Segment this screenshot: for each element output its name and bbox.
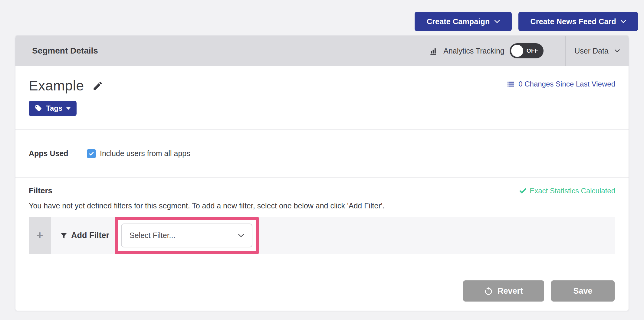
tags-button-label: Tags [46, 104, 62, 113]
segment-title-section: Example [15, 66, 629, 129]
analytics-tracking-label: Analytics Tracking [443, 47, 504, 55]
page: Create Campaign Create News Feed Card Se… [0, 0, 644, 320]
save-button[interactable]: Save [551, 280, 615, 302]
changes-link-label: 0 Changes Since Last Viewed [518, 80, 615, 88]
chevron-down-icon [621, 20, 626, 23]
analytics-tracking-toggle[interactable]: OFF [510, 43, 544, 58]
save-button-label: Save [573, 286, 592, 296]
check-icon [520, 188, 526, 194]
filters-heading: Filters [29, 186, 52, 195]
create-campaign-button[interactable]: Create Campaign [415, 12, 512, 31]
highlight-annotation: Select Filter... [115, 217, 259, 254]
revert-button[interactable]: Revert [463, 280, 544, 302]
include-all-apps-label: Include users from all apps [100, 149, 190, 158]
analytics-tracking-group: Analytics Tracking OFF [408, 36, 565, 66]
changes-since-last-viewed-link[interactable]: 0 Changes Since Last Viewed [507, 80, 615, 88]
exact-statistics-status: Exact Statistics Calculated [520, 187, 615, 195]
chevron-down-icon [494, 20, 500, 23]
segment-name-heading: Example [29, 78, 84, 93]
apps-used-label: Apps Used [29, 149, 87, 158]
filter-select-placeholder: Select Filter... [130, 231, 175, 240]
page-title: Segment Details [32, 46, 408, 56]
filters-empty-message: You have not yet defined filters for thi… [29, 201, 615, 210]
add-filter-row: + Add Filter Select Filter... [29, 217, 615, 254]
apps-used-section: Apps Used Include users from all apps [15, 129, 629, 177]
plus-icon: + [36, 229, 43, 242]
create-news-feed-card-button[interactable]: Create News Feed Card [518, 12, 638, 31]
add-filter-group-button[interactable]: + [29, 217, 51, 254]
list-icon [507, 80, 515, 88]
user-data-dropdown[interactable]: User Data [566, 36, 629, 66]
include-all-apps-checkbox[interactable] [87, 149, 96, 158]
add-filter-label: Add Filter [71, 231, 109, 240]
create-campaign-label: Create Campaign [427, 17, 490, 26]
filters-section: Filters Exact Statistics Calculated You … [15, 177, 629, 271]
user-data-label: User Data [574, 47, 609, 55]
exact-statistics-label: Exact Statistics Calculated [530, 187, 615, 195]
toggle-state-label: OFF [527, 47, 539, 54]
chevron-down-icon [615, 49, 620, 52]
card-header: Segment Details Analytics Tracking OFF [15, 36, 629, 66]
caret-down-icon [66, 107, 71, 110]
toggle-knob [511, 45, 523, 57]
include-all-apps-option: Include users from all apps [87, 149, 190, 158]
funnel-icon [61, 232, 67, 239]
card-footer: Revert Save [15, 271, 629, 311]
chevron-down-icon [238, 234, 244, 237]
check-icon [88, 151, 94, 157]
edit-name-button[interactable] [92, 80, 103, 91]
pencil-icon [92, 80, 103, 91]
top-action-bar: Create Campaign Create News Feed Card [415, 12, 638, 31]
tags-button[interactable]: Tags [29, 101, 77, 116]
tag-icon [35, 105, 42, 112]
segment-details-card: Segment Details Analytics Tracking OFF [15, 35, 629, 311]
revert-icon [484, 287, 492, 295]
add-filter-button[interactable]: Add Filter [61, 217, 109, 254]
filter-select[interactable]: Select Filter... [121, 224, 252, 247]
create-news-feed-card-label: Create News Feed Card [531, 17, 616, 26]
bar-chart-icon [430, 47, 438, 55]
revert-button-label: Revert [498, 286, 523, 296]
